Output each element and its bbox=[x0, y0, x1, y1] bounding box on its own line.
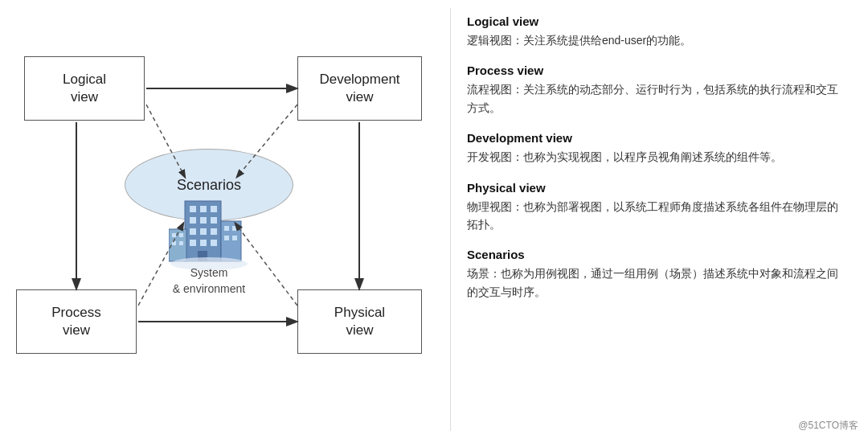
process-section: Process view 流程视图：关注系统的动态部分、运行时行为，包括系统的执… bbox=[467, 64, 844, 117]
scenarios-desc: 场景：也称为用例视图，通过一组用例（场景）描述系统中对象和流程之间的交互与时序。 bbox=[467, 265, 844, 301]
svg-rect-1 bbox=[190, 206, 196, 212]
svg-rect-14 bbox=[221, 221, 241, 261]
svg-rect-23 bbox=[179, 241, 183, 245]
physical-view-box: Physicalview bbox=[297, 289, 422, 354]
svg-rect-3 bbox=[211, 206, 217, 212]
development-desc: 开发视图：也称为实现视图，以程序员视角阐述系统的组件等。 bbox=[467, 148, 844, 166]
process-title: Process view bbox=[467, 64, 844, 77]
process-view-box: Processview bbox=[16, 289, 137, 354]
svg-rect-6 bbox=[211, 217, 217, 224]
svg-rect-22 bbox=[172, 241, 176, 245]
svg-rect-7 bbox=[190, 228, 196, 235]
development-title: Development view bbox=[467, 131, 844, 145]
svg-rect-8 bbox=[200, 228, 207, 235]
right-panel: Logical view 逻辑视图：关注系统提供给end-user的功能。 Pr… bbox=[451, 0, 868, 439]
svg-rect-16 bbox=[232, 226, 237, 231]
logical-section: Logical view 逻辑视图：关注系统提供给end-user的功能。 bbox=[467, 14, 844, 49]
scenarios-section: Scenarios 场景：也称为用例视图，通过一组用例（场景）描述系统中对象和流… bbox=[467, 248, 844, 301]
physical-title: Physical view bbox=[467, 181, 844, 195]
svg-rect-19 bbox=[169, 229, 186, 261]
svg-rect-18 bbox=[232, 236, 237, 240]
svg-rect-4 bbox=[190, 217, 196, 224]
physical-desc: 物理视图：也称为部署视图，以系统工程师角度描述系统各组件在物理层的拓扑。 bbox=[467, 198, 844, 234]
development-view-box: Developmentview bbox=[297, 56, 422, 121]
physical-section: Physical view 物理视图：也称为部署视图，以系统工程师角度描述系统各… bbox=[467, 181, 844, 234]
logical-view-box: Logicalview bbox=[24, 56, 145, 121]
system-env-label: System& environment bbox=[125, 265, 293, 297]
svg-rect-12 bbox=[211, 240, 217, 246]
svg-rect-15 bbox=[224, 226, 229, 231]
svg-rect-20 bbox=[172, 233, 176, 237]
logical-title: Logical view bbox=[467, 14, 844, 28]
svg-rect-21 bbox=[179, 233, 183, 237]
process-desc: 流程视图：关注系统的动态部分、运行时行为，包括系统的执行流程和交互方式。 bbox=[467, 80, 844, 117]
svg-rect-9 bbox=[211, 228, 217, 235]
svg-rect-10 bbox=[190, 240, 196, 246]
svg-rect-11 bbox=[200, 240, 207, 246]
scenarios-title: Scenarios bbox=[467, 248, 844, 261]
svg-rect-17 bbox=[224, 236, 229, 240]
diagram-panel: Logicalview Developmentview Processview … bbox=[0, 0, 450, 439]
development-section: Development view 开发视图：也称为实现视图，以程序员视角阐述系统… bbox=[467, 131, 844, 166]
svg-rect-5 bbox=[200, 217, 207, 224]
svg-rect-2 bbox=[200, 206, 207, 212]
watermark: @51CTO博客 bbox=[798, 419, 858, 433]
building-icon bbox=[169, 177, 249, 273]
logical-desc: 逻辑视图：关注系统提供给end-user的功能。 bbox=[467, 31, 844, 49]
